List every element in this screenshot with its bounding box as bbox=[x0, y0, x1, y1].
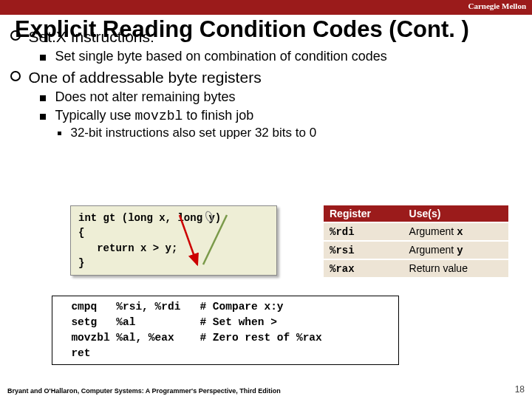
use-var: y bbox=[457, 245, 463, 256]
table-row: %rdi Argument x bbox=[324, 222, 508, 241]
c-code-box: int gt (long x, long y) { return x > y; … bbox=[70, 205, 277, 276]
slide-content: Explicit Reading Condition Codes (Cont. … bbox=[0, 16, 532, 140]
cell-use: Return value bbox=[403, 259, 508, 277]
subbullet-movzbl: Typically use movzbl to finish job bbox=[40, 108, 517, 123]
subsubbullet-text: 32-bit instructions also set upper 32 bi… bbox=[70, 126, 316, 140]
square-bullet-icon bbox=[40, 55, 46, 61]
text-pre: Typically use bbox=[55, 108, 134, 123]
header-bar: Carnegie Mellon bbox=[0, 0, 532, 15]
footer-citation: Bryant and O'Hallaron, Computer Systems:… bbox=[7, 387, 281, 395]
code-line: } bbox=[78, 257, 84, 269]
code-line: int gt (long x, long y) bbox=[78, 212, 221, 224]
subbullet-setx-desc: Set single byte based on combination of … bbox=[40, 49, 517, 64]
subbullet-text: Set single byte based on combination of … bbox=[55, 49, 386, 64]
table-header-register: Register bbox=[324, 205, 403, 222]
use-pre: Argument bbox=[409, 225, 457, 237]
table-header-uses: Use(s) bbox=[403, 205, 508, 222]
subsubbullet-32bit: 32-bit instructions also set upper 32 bi… bbox=[58, 126, 517, 140]
bullet-outline-icon bbox=[10, 71, 21, 81]
table-row: %rsi Argument y bbox=[324, 241, 508, 259]
table-row: %rax Return value bbox=[324, 259, 508, 277]
use-pre: Argument bbox=[409, 244, 457, 256]
square-bullet-icon bbox=[40, 114, 46, 120]
small-square-bullet-icon bbox=[58, 132, 61, 135]
code-inline: movzbl bbox=[135, 109, 183, 123]
assembly-code-box: cmpq %rsi, %rdi # Compare x:y setg %al #… bbox=[52, 296, 399, 365]
bullet-text: One of addressable byte registers bbox=[28, 69, 261, 86]
brand-label: Carnegie Mellon bbox=[468, 1, 526, 10]
cell-register: %rdi bbox=[324, 222, 403, 241]
cell-register: %rax bbox=[324, 259, 403, 277]
bullet-text: Set.X Instructions: bbox=[28, 28, 154, 45]
subbullet-text: Typically use movzbl to finish job bbox=[55, 108, 253, 123]
bullet-addressable: One of addressable byte registers bbox=[10, 69, 517, 86]
cell-use: Argument y bbox=[403, 241, 508, 259]
cell-use: Argument x bbox=[403, 222, 508, 241]
use-var: x bbox=[457, 226, 463, 238]
use-pre: Return value bbox=[409, 262, 468, 274]
code-line: return x > y; bbox=[78, 242, 177, 254]
cell-register: %rsi bbox=[324, 241, 403, 259]
bullet-outline-icon bbox=[10, 30, 21, 41]
subbullet-text: Does not alter remaining bytes bbox=[55, 89, 235, 104]
text-post: to finish job bbox=[183, 108, 253, 123]
square-bullet-icon bbox=[40, 95, 46, 101]
bullet-setx: Set.X Instructions: bbox=[10, 28, 517, 46]
code-line: { bbox=[78, 227, 84, 239]
register-table: Register Use(s) %rdi Argument x %rsi Arg… bbox=[324, 205, 508, 277]
subbullet-noalter: Does not alter remaining bytes bbox=[40, 89, 517, 105]
page-number: 18 bbox=[515, 384, 525, 395]
